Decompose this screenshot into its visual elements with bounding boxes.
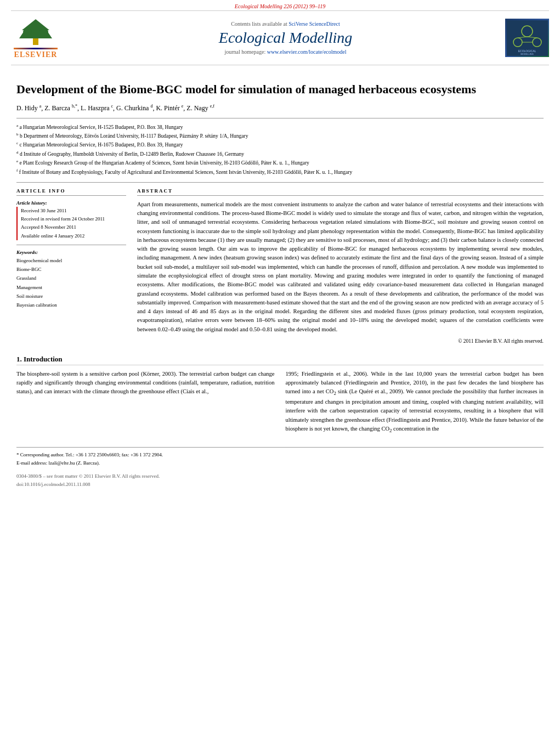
keyword-6: Bayesian calibration xyxy=(16,301,126,309)
article-info-header: ARTICLE INFO xyxy=(16,188,126,196)
available-date: Available online 4 January 2012 xyxy=(21,232,126,240)
svg-rect-0 xyxy=(33,38,38,45)
keyword-2: Biome-BGC xyxy=(16,265,126,274)
divider-keywords xyxy=(16,245,126,245)
affiliation-c: c c Hungarian Meteorological Service, H-… xyxy=(16,140,544,149)
footer-copyright: 0304-3800/$ – see front matter © 2011 El… xyxy=(16,472,544,480)
affiliation-f: f f Institute of Botany and Ecophysiolog… xyxy=(16,168,544,177)
footer-bar: 0304-3800/$ – see front matter © 2011 El… xyxy=(16,472,544,488)
elsevier-logo: ELSEVIER xyxy=(11,16,60,59)
article-dates: Received 30 June 2011 Received in revise… xyxy=(16,207,126,240)
svg-marker-1 xyxy=(19,19,52,38)
introduction-section: 1. Introduction The biosphere-soil syste… xyxy=(16,355,544,439)
svg-text:MODELLING: MODELLING xyxy=(521,53,534,55)
corresponding-footnote: * Corresponding author. Tel.: +36 1 372 … xyxy=(16,451,544,459)
page: Ecological Modelling 226 (2012) 99–119 E… xyxy=(0,0,560,741)
intro-columns: The biosphere-soil system is a sensitive… xyxy=(16,370,544,439)
sciverse-text: Contents lists available at xyxy=(231,21,287,27)
intro-left-col: The biosphere-soil system is a sensitive… xyxy=(16,370,275,439)
keywords-list: Biogeochemical model Biome-BGC Grassland… xyxy=(16,256,126,309)
homepage-text: journal homepage: xyxy=(224,49,265,55)
keywords-label: Keywords: xyxy=(16,250,126,255)
main-content: Development of the Biome-BGC model for s… xyxy=(0,65,560,496)
footer-doi: doi:10.1016/j.ecolmodel.2011.11.008 xyxy=(16,480,544,488)
svg-point-3 xyxy=(39,29,48,35)
svg-point-2 xyxy=(23,29,32,35)
received-date: Received 30 June 2011 xyxy=(21,207,126,215)
keyword-3: Grassland xyxy=(16,274,126,282)
keyword-1: Biogeochemical model xyxy=(16,256,126,265)
divider-before-abstract xyxy=(16,182,544,183)
affiliation-e: e e Plant Ecology Research Group of the … xyxy=(16,159,544,167)
article-info-col: ARTICLE INFO Article history: Received 3… xyxy=(16,188,126,344)
abstract-text: Apart from measurements, numerical model… xyxy=(137,200,544,334)
elsevier-label: ELSEVIER xyxy=(11,50,60,59)
article-info-abstract-row: ARTICLE INFO Article history: Received 3… xyxy=(16,188,544,344)
section-title-text: Introduction xyxy=(24,355,63,363)
sciverse-line: Contents lists available at SciVerse Sci… xyxy=(66,21,505,27)
header-section: ELSEVIER Contents lists available at Sci… xyxy=(11,10,549,65)
abstract-col: ABSTRACT Apart from measurements, numeri… xyxy=(137,188,544,344)
authors-line: D. Hidy a, Z. Barcza b,*, L. Haszpra c, … xyxy=(16,103,544,114)
history-label: Article history: xyxy=(16,200,126,206)
journal-logo: ECOLOGICAL MODELLING xyxy=(505,19,549,57)
divider-after-authors xyxy=(16,118,544,118)
intro-para-1: The biosphere-soil system is a sensitive… xyxy=(16,370,275,397)
received-revised-date: Received in revised form 24 October 2011 xyxy=(21,215,126,223)
journal-title-header: Ecological Modelling xyxy=(66,29,505,47)
email-footnote: E-mail address: lzali@elte.hu (Z. Barcza… xyxy=(16,459,544,467)
journal-header-text: Ecological Modelling 226 (2012) 99–119 xyxy=(235,3,325,9)
journal-header-bar: Ecological Modelling 226 (2012) 99–119 xyxy=(0,0,560,10)
sciverse-link[interactable]: SciVerse ScienceDirect xyxy=(289,21,340,27)
keyword-5: Soil moisture xyxy=(16,292,126,301)
affiliation-b: b b Department of Meteorology, Eötvös Lo… xyxy=(16,132,544,140)
intro-title: 1. Introduction xyxy=(16,355,544,365)
affiliation-a: a a Hungarian Meteorological Service, H-… xyxy=(16,123,544,132)
intro-para-right-1: 1995; Friedlingstein et al., 2006). Whil… xyxy=(286,370,544,435)
copyright-line: © 2011 Elsevier B.V. All rights reserved… xyxy=(137,338,544,344)
homepage-link[interactable]: www.elsevier.com/locate/ecolmodel xyxy=(267,49,347,55)
article-title: Development of the Biome-BGC model for s… xyxy=(16,82,544,98)
keyword-4: Management xyxy=(16,283,126,292)
elsevier-logo-line xyxy=(14,48,58,49)
footnotes: * Corresponding author. Tel.: +36 1 372 … xyxy=(16,447,544,467)
keywords-section: Keywords: Biogeochemical model Biome-BGC… xyxy=(16,250,126,309)
abstract-header: ABSTRACT xyxy=(137,188,544,196)
header-middle: Contents lists available at SciVerse Sci… xyxy=(66,21,505,55)
affiliation-d: d d Institute of Geography, Humboldt Uni… xyxy=(16,150,544,159)
section-num: 1. xyxy=(16,355,22,363)
intro-right-col: 1995; Friedlingstein et al., 2006). Whil… xyxy=(286,370,544,439)
journal-homepage: journal homepage: www.elsevier.com/locat… xyxy=(66,49,505,55)
affiliations: a a Hungarian Meteorological Service, H-… xyxy=(16,123,544,177)
abstract-paragraph: Apart from measurements, numerical model… xyxy=(137,200,544,334)
intro-para-1-text: The biosphere-soil system is a sensitive… xyxy=(16,371,275,395)
accepted-date: Accepted 8 November 2011 xyxy=(21,223,126,231)
